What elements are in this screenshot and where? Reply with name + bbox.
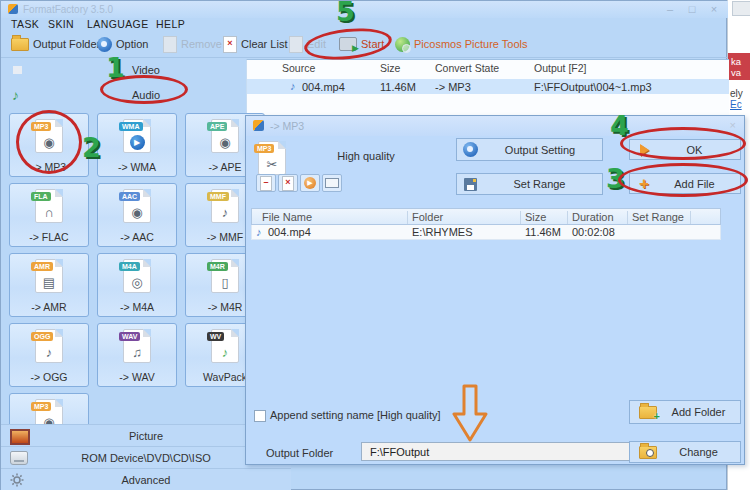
- remove-icon: [163, 36, 177, 53]
- maximize-button[interactable]: □: [683, 3, 701, 15]
- background-link[interactable]: Ec: [730, 99, 742, 110]
- set-range-icon: [464, 178, 477, 191]
- format-tag: M4R: [207, 262, 228, 271]
- format-aac[interactable]: AAC◉-> AAC: [97, 183, 177, 247]
- format-tag: AMR: [31, 262, 53, 271]
- queue-header-state[interactable]: Convert State: [435, 62, 499, 74]
- format-wav[interactable]: WAV♫-> WAV: [97, 323, 177, 387]
- format-wma[interactable]: WMA▶-> WMA: [97, 113, 177, 177]
- scissors-glyph: ✂: [259, 158, 285, 172]
- format-amr[interactable]: AMR▤-> AMR: [9, 253, 89, 317]
- audio-label: Audio: [1, 89, 291, 101]
- menu-language[interactable]: LANGUAGE: [87, 18, 149, 30]
- output-folder-value: F:\FFOutput: [370, 446, 429, 458]
- play-mini-button[interactable]: ▶: [300, 174, 320, 192]
- remove-file-icon: –: [260, 176, 272, 191]
- remove-button[interactable]: Remove: [163, 34, 222, 54]
- queue-header-output[interactable]: Output [F2]: [534, 62, 587, 74]
- cell-file-name: 004.mp4: [268, 226, 311, 238]
- output-setting-button[interactable]: Output Setting: [456, 138, 603, 161]
- close-button[interactable]: ×: [705, 3, 723, 15]
- format-tag: FLA: [31, 192, 51, 201]
- picosmos-button[interactable]: Picosmos Picture Tools: [395, 34, 528, 54]
- menu-skin[interactable]: SKIN: [48, 18, 74, 30]
- dialog-table-row[interactable]: ♪ 004.mp4 E:\RHYMES 11.46M 00:02:08: [251, 225, 721, 240]
- menu-task[interactable]: TASK: [11, 18, 39, 30]
- queue-cell-output: F:\FFOutput\004~1.mp3: [534, 81, 652, 93]
- picosmos-label: Picosmos Picture Tools: [414, 38, 528, 50]
- sidebar-item-video[interactable]: Video: [1, 59, 291, 83]
- app-icon: [8, 4, 18, 14]
- background-banner: ka va: [728, 53, 750, 80]
- format-m4a[interactable]: M4A◎-> M4A: [97, 253, 177, 317]
- format-ogg[interactable]: OGG♪-> OGG: [9, 323, 89, 387]
- format-tag: AAC: [119, 192, 140, 201]
- queue-header-size[interactable]: Size: [380, 62, 400, 74]
- format-label: -> M4A: [98, 301, 176, 313]
- change-button[interactable]: Change: [629, 441, 741, 463]
- format-flac[interactable]: FLA∩-> FLAC: [9, 183, 89, 247]
- queue-cell-size: 11.46M: [380, 81, 416, 93]
- format-label: -> MP3: [10, 161, 88, 173]
- edit-button[interactable]: Edit: [289, 34, 326, 54]
- col-file-name[interactable]: File Name: [262, 211, 312, 223]
- change-folder-icon: [639, 446, 657, 459]
- phone-glyph: ▯: [212, 276, 238, 290]
- add-folder-label: Add Folder: [657, 406, 740, 418]
- m4a-file-icon: M4A◎: [123, 259, 151, 293]
- col-set-range[interactable]: Set Range: [632, 211, 684, 223]
- info-icon: [325, 178, 339, 188]
- add-file-button[interactable]: + Add File: [629, 173, 741, 194]
- format-tag: MP3: [31, 122, 51, 131]
- title-bar: FormatFactory 3.5.0 – □ ×: [1, 1, 728, 18]
- change-label: Change: [657, 446, 740, 458]
- browser-tab: [732, 1, 750, 16]
- output-folder-label: Output Folder: [266, 447, 333, 459]
- clear-files-mini-button[interactable]: ×: [278, 174, 298, 192]
- output-folder-label: Output Folder: [33, 38, 100, 50]
- note-glyph: ♪: [212, 206, 238, 220]
- sidebar-item-advanced[interactable]: Advanced: [1, 468, 291, 490]
- format-mp3[interactable]: MP3◉-> MP3: [9, 113, 89, 177]
- sidebar-item-audio[interactable]: ♪ Audio: [1, 84, 291, 108]
- minimize-button[interactable]: –: [661, 3, 679, 15]
- col-duration[interactable]: Duration: [572, 211, 614, 223]
- append-setting-checkbox[interactable]: [254, 410, 266, 422]
- format-tag: WMA: [119, 122, 143, 131]
- menu-help[interactable]: HELP: [156, 18, 185, 30]
- set-range-label: Set Range: [477, 178, 602, 190]
- plus-icon: +: [639, 177, 649, 191]
- option-button[interactable]: Option: [97, 34, 148, 54]
- dialog-close-icon[interactable]: ×: [730, 119, 736, 131]
- col-folder[interactable]: Folder: [412, 211, 443, 223]
- mp3-dialog: -> MP3 × MP3 ✂ High quality Output Setti…: [245, 115, 745, 465]
- video-label: Video: [1, 64, 291, 76]
- clear-list-icon: ×: [223, 36, 237, 53]
- option-label: Option: [116, 38, 148, 50]
- queue-row[interactable]: ♪ 004.mp4 11.46M -> MP3 F:\FFOutput\004~…: [247, 79, 729, 94]
- format-tag: WV: [207, 332, 224, 341]
- conversion-queue: Source Size Convert State Output [F2] ♪ …: [246, 59, 729, 117]
- start-button[interactable]: Start: [339, 34, 384, 54]
- info-mini-button[interactable]: [322, 174, 342, 192]
- ok-button[interactable]: OK: [629, 139, 741, 160]
- ogg-file-icon: OGG♪: [35, 329, 63, 363]
- headphones-glyph: ∩: [36, 206, 62, 220]
- cell-size: 11.46M: [525, 226, 561, 238]
- speaker-glyph: ◉: [124, 206, 150, 220]
- background-text-fragment: ely: [730, 88, 743, 99]
- set-range-button[interactable]: Set Range: [456, 173, 603, 195]
- mmf-file-icon: MMF♪: [211, 189, 239, 223]
- output-folder-button[interactable]: Output Folder: [11, 34, 100, 54]
- remove-label: Remove: [181, 38, 222, 50]
- remove-file-mini-button[interactable]: –: [256, 174, 276, 192]
- clear-list-label: Clear List: [241, 38, 287, 50]
- background-text: ely Ec: [730, 88, 750, 110]
- screenshot-root: ka va ely Ec FormatFactory 3.5.0 – □ × T…: [0, 0, 750, 490]
- col-size[interactable]: Size: [525, 211, 546, 223]
- ape-file-icon: APE◉: [211, 119, 239, 153]
- output-setting-label: Output Setting: [478, 144, 602, 156]
- add-folder-button[interactable]: + Add Folder: [629, 400, 741, 424]
- window-title: FormatFactory 3.5.0: [23, 4, 113, 15]
- clear-list-button[interactable]: ×Clear List: [223, 34, 287, 54]
